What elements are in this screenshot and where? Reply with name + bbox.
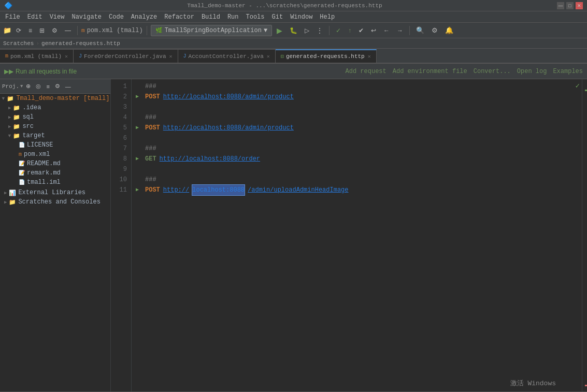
tab-pom-close[interactable]: ✕ — [65, 53, 68, 60]
sidebar-item-idea[interactable]: ▶ 📁 .idea — [0, 103, 110, 112]
more-run-btn[interactable]: ⋮ — [314, 26, 325, 35]
license-file-icon: 📄 — [19, 142, 25, 148]
menu-edit[interactable]: Edit — [24, 12, 46, 22]
readme-label: README.md — [27, 160, 61, 167]
breadcrumb-scratches[interactable]: Scratches — [3, 40, 34, 47]
run-btn-8[interactable]: ▶ — [136, 154, 142, 164]
iml-file-icon: 📄 — [19, 179, 25, 185]
git-update-btn[interactable]: ↑ — [346, 26, 354, 35]
menu-help[interactable]: Help — [317, 12, 338, 22]
notifications-btn[interactable]: 🔔 — [442, 25, 456, 35]
search-everywhere-btn[interactable]: 🔍 — [413, 25, 427, 35]
run-config-dropdown[interactable]: 🌿 TmallSpringBootApplication ▼ — [151, 25, 272, 36]
add-request-btn[interactable]: Add request — [346, 68, 386, 75]
scratches-label: Scratches and Consoles — [18, 198, 100, 206]
spring-icon: 🌿 — [155, 27, 163, 34]
menu-run[interactable]: Run — [224, 12, 242, 22]
line-num-9: 9 — [111, 164, 127, 175]
minimize-button[interactable]: — — [557, 2, 564, 9]
git-back-btn[interactable]: ← — [381, 26, 392, 35]
url-1[interactable]: http://localhost:8088/admin/product — [163, 92, 294, 102]
menu-view[interactable]: View — [47, 12, 68, 22]
menu-bar: File Edit View Navigate Code Analyze Ref… — [0, 11, 587, 23]
idea-folder-icon: 📁 — [13, 105, 20, 111]
git-forward-btn[interactable]: → — [394, 26, 406, 35]
menu-tools[interactable]: Tools — [243, 12, 268, 22]
git-revert-btn[interactable]: ↩ — [368, 26, 379, 35]
coverage-button[interactable]: ▷ — [302, 26, 312, 35]
run-button[interactable]: ▶ — [274, 25, 285, 36]
sidebar-scroll-btn[interactable]: ◎ — [34, 82, 43, 91]
add-env-file-btn[interactable]: Add environment file — [393, 68, 467, 75]
toolbar-close-panel-btn[interactable]: — — [62, 26, 74, 35]
http-tab-icon: ⊡ — [281, 53, 284, 60]
title-bar: 🔷 Tmall_demo-master - ...\scratches\gene… — [0, 0, 587, 11]
tab-http-label: generated-requests.http — [286, 53, 365, 60]
sidebar-item-target[interactable]: ▶ 📁 target — [0, 131, 110, 140]
comment-4: ### — [145, 112, 156, 123]
run-btn-11[interactable]: ▶ — [136, 185, 142, 195]
sidebar-close-btn[interactable]: — — [63, 82, 73, 91]
open-log-btn[interactable]: Open log — [517, 68, 547, 75]
sidebar-item-scratches[interactable]: ▶ 📁 Scratches and Consoles — [0, 197, 110, 207]
tab-account-controller[interactable]: J AccountController.java ✕ — [178, 49, 276, 63]
sidebar-add-btn[interactable]: ⊕ — [24, 82, 33, 91]
code-lines[interactable]: ### ▶ POST http://localhost:8088/admin/p… — [132, 79, 582, 391]
menu-analyze[interactable]: Analyze — [128, 12, 160, 22]
run-all-button[interactable]: ▶▶ Run all requests in file — [4, 68, 77, 75]
debug-button[interactable]: 🐛 — [287, 26, 300, 35]
settings-main-btn[interactable]: ⚙ — [429, 25, 440, 35]
url-2[interactable]: http://localhost:8088/admin/product — [163, 123, 294, 133]
scratches-icon: 📁 — [9, 199, 16, 206]
src-arrow: ▶ — [8, 124, 11, 129]
line-num-2: 2 — [111, 92, 127, 102]
sidebar-item-remark[interactable]: 📝 remark.md — [0, 168, 110, 178]
tab-fore-controller[interactable]: J ForeOrderController.java ✕ — [74, 49, 178, 63]
menu-file[interactable]: File — [2, 12, 23, 22]
tab-http-close[interactable]: ✕ — [368, 53, 371, 60]
close-button[interactable]: ✕ — [576, 2, 583, 9]
toolbar-collapse-btn[interactable]: ≡ — [26, 26, 35, 35]
toolbar-expand-btn[interactable]: ⊞ — [37, 26, 47, 35]
sidebar-item-external-libraries[interactable]: ▶ 📊 External Libraries — [0, 188, 110, 197]
git-push-btn[interactable]: ✔ — [356, 26, 366, 35]
tab-http-requests[interactable]: ⊡ generated-requests.http ✕ — [276, 49, 377, 63]
toolbar-separator-2 — [147, 26, 147, 35]
line-num-11: 11 — [111, 185, 127, 195]
sidebar-item-license[interactable]: 📄 LICENSE — [0, 140, 110, 150]
menu-build[interactable]: Build — [198, 12, 223, 22]
gutter-mark-1 — [585, 90, 587, 91]
sidebar-item-sql[interactable]: ▶ 📁 sql — [0, 112, 110, 122]
tab-pom[interactable]: m pom.xml (tmall) ✕ — [0, 49, 74, 63]
tab-fore-close[interactable]: ✕ — [169, 53, 173, 60]
tab-account-close[interactable]: ✕ — [267, 53, 270, 60]
editor-status-icon: ✓ — [576, 81, 580, 90]
sidebar-item-pom[interactable]: m pom.xml — [0, 150, 110, 159]
sidebar-item-src[interactable]: ▶ 📁 src — [0, 122, 110, 131]
maximize-button[interactable]: □ — [566, 2, 574, 9]
comment-1: ### — [145, 81, 156, 92]
menu-window[interactable]: Window — [287, 12, 316, 22]
toolbar-sync-btn[interactable]: ⟳ — [13, 26, 24, 35]
project-root-item[interactable]: ▶ 📁 Tmall_demo-master [tmall] — [0, 94, 110, 103]
git-checkmark-btn[interactable]: ✓ — [333, 26, 343, 35]
menu-navigate[interactable]: Navigate — [68, 12, 105, 22]
run-btn-2[interactable]: ▶ — [136, 92, 142, 102]
menu-refactor[interactable]: Refactor — [161, 12, 197, 22]
examples-btn[interactable]: Examples — [553, 68, 583, 75]
line-num-5: 5 — [111, 123, 127, 133]
toolbar-settings-btn[interactable]: ⚙ — [49, 26, 60, 35]
sidebar-collapse-all-btn[interactable]: ≡ — [44, 82, 51, 91]
sidebar-settings-btn[interactable]: ⚙ — [53, 82, 62, 91]
sidebar-item-iml[interactable]: 📄 tmall.iml — [0, 178, 110, 187]
convert-btn[interactable]: Convert... — [474, 68, 511, 75]
menu-git[interactable]: Git — [269, 12, 287, 22]
ext-lib-label: External Libraries — [18, 189, 85, 196]
menu-code[interactable]: Code — [106, 12, 127, 22]
url-4-highlight: localhost:8088 — [192, 185, 245, 195]
breadcrumb-file[interactable]: generated-requests.http — [41, 40, 120, 47]
run-btn-5[interactable]: ▶ — [136, 123, 142, 133]
pom-icon: m — [81, 27, 85, 34]
sidebar-item-readme[interactable]: 📝 README.md — [0, 159, 110, 168]
url-3[interactable]: http://localhost:8088/order — [160, 154, 260, 164]
